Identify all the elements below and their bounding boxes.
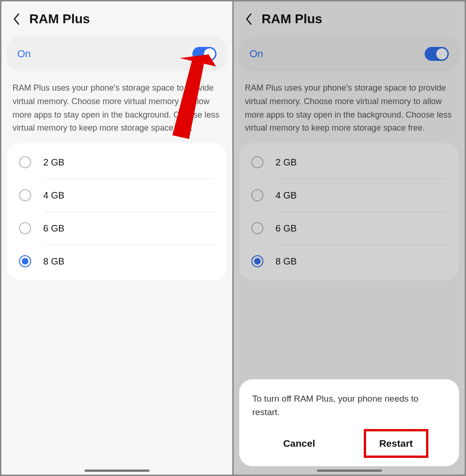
left-pane: RAM Plus On RAM Plus uses your phone's s… <box>1 1 232 475</box>
radio-row-2gb[interactable]: 2 GB <box>19 146 227 178</box>
switch-knob <box>204 48 215 60</box>
home-indicator[interactable] <box>317 469 382 472</box>
back-icon[interactable] <box>13 13 21 26</box>
toggle-row[interactable]: On <box>239 37 459 71</box>
radio-label: 4 GB <box>276 190 297 201</box>
restart-sheet: To turn off RAM Plus, your phone needs t… <box>239 379 459 466</box>
cancel-button[interactable]: Cancel <box>270 431 328 456</box>
radio-icon <box>19 189 31 201</box>
switch-knob <box>436 48 447 60</box>
radio-row-4gb[interactable]: 4 GB <box>19 179 227 212</box>
radio-icon-selected <box>19 255 31 267</box>
toggle-label: On <box>17 48 31 60</box>
back-icon[interactable] <box>245 13 253 26</box>
toggle-switch[interactable] <box>192 47 217 61</box>
sheet-actions: Cancel Restart <box>252 429 446 458</box>
ramplus-description: RAM Plus uses your phone's storage space… <box>234 71 465 143</box>
toggle-row[interactable]: On <box>7 37 227 71</box>
ramplus-description: RAM Plus uses your phone's storage space… <box>1 71 232 143</box>
radio-row-8gb[interactable]: 8 GB <box>251 245 459 278</box>
radio-label: 6 GB <box>43 223 65 234</box>
radio-label: 8 GB <box>43 256 65 267</box>
radio-label: 2 GB <box>276 157 297 168</box>
radio-row-6gb[interactable]: 6 GB <box>251 212 459 245</box>
radio-icon <box>251 222 263 234</box>
radio-label: 4 GB <box>43 190 65 201</box>
radio-row-8gb[interactable]: 8 GB <box>19 245 227 278</box>
right-pane: RAM Plus On RAM Plus uses your phone's s… <box>234 1 465 475</box>
radio-icon <box>19 222 31 234</box>
radio-label: 2 GB <box>43 157 65 168</box>
radio-row-4gb[interactable]: 4 GB <box>251 179 459 212</box>
radio-label: 8 GB <box>276 256 297 267</box>
header: RAM Plus <box>234 1 465 32</box>
page-title: RAM Plus <box>262 12 322 26</box>
sheet-message: To turn off RAM Plus, your phone needs t… <box>252 392 446 419</box>
radio-icon-selected <box>251 255 263 267</box>
header: RAM Plus <box>1 1 232 32</box>
radio-icon <box>19 156 31 168</box>
radio-row-6gb[interactable]: 6 GB <box>19 212 227 245</box>
options-card: 2 GB 4 GB 6 GB 8 GB <box>7 143 227 280</box>
radio-icon <box>251 156 263 168</box>
radio-label: 6 GB <box>276 223 297 234</box>
toggle-label: On <box>249 48 263 60</box>
radio-row-2gb[interactable]: 2 GB <box>251 146 459 178</box>
page-title: RAM Plus <box>29 12 90 26</box>
radio-icon <box>251 189 263 201</box>
toggle-switch[interactable] <box>425 47 449 61</box>
restart-button[interactable]: Restart <box>364 429 428 458</box>
options-card: 2 GB 4 GB 6 GB 8 GB <box>239 143 459 280</box>
home-indicator[interactable] <box>85 469 150 472</box>
